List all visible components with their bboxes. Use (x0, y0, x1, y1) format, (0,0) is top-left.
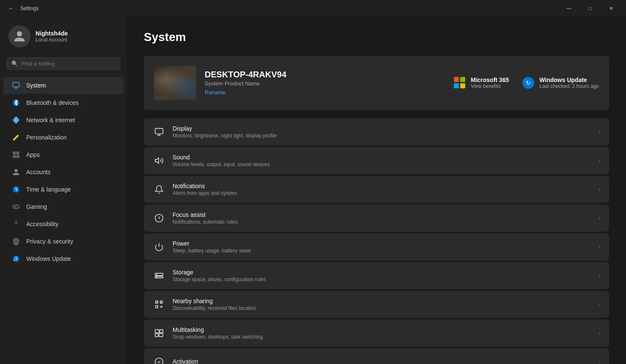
privacy-icon (12, 237, 20, 246)
sidebar-label-bluetooth: Bluetooth & devices (26, 99, 79, 106)
notifications-icon (152, 183, 166, 196)
nearby-desc: Discoverability, received files location (173, 305, 592, 311)
svg-rect-3 (13, 152, 15, 154)
sidebar: Nightsh4de Local Account 🔍 System (0, 17, 127, 364)
settings-item-focus[interactable]: Focus assist Notifications, automatic ru… (144, 205, 609, 232)
svg-point-26 (155, 358, 163, 364)
settings-list: Display Monitors, brightness, night ligh… (144, 118, 609, 364)
svg-rect-22 (155, 330, 159, 333)
sidebar-item-gaming[interactable]: Gaming (3, 198, 124, 215)
focus-icon (152, 211, 166, 225)
focus-text: Focus assist Notifications, automatic ru… (173, 211, 592, 225)
system-name: DESKTOP-4RAKV94 (205, 70, 445, 79)
sidebar-label-accounts: Accounts (26, 169, 51, 175)
sidebar-item-update[interactable]: Windows Update (3, 250, 124, 267)
sidebar-label-personalization: Personalization (26, 134, 67, 141)
ms365-action[interactable]: Microsoft 365 View benefits (454, 77, 509, 89)
multitasking-title: Multitasking (173, 326, 592, 333)
sidebar-label-network: Network & internet (26, 117, 75, 123)
focus-title: Focus assist (173, 211, 592, 218)
svg-point-9 (16, 221, 17, 222)
sound-text: Sound Volume levels, output, input, soun… (173, 154, 592, 167)
settings-item-sound[interactable]: Sound Volume levels, output, input, soun… (144, 147, 609, 174)
activation-chevron: › (599, 359, 601, 364)
notifications-title: Notifications (173, 183, 592, 189)
sidebar-label-gaming: Gaming (26, 203, 47, 210)
svg-rect-11 (155, 129, 163, 134)
user-info: Nightsh4de Local Account (36, 30, 68, 43)
minimize-button[interactable]: — (559, 2, 579, 15)
settings-item-power[interactable]: Power Sleep, battery usage, battery save… (144, 233, 609, 260)
search-icon: 🔍 (11, 60, 18, 67)
storage-title: Storage (173, 269, 592, 276)
maximize-button[interactable]: □ (580, 2, 600, 15)
sidebar-item-network[interactable]: Network & internet (3, 112, 124, 129)
multitasking-icon (152, 326, 166, 340)
update-title: Windows Update (539, 77, 599, 83)
power-title: Power (173, 240, 592, 247)
nearby-icon (152, 298, 166, 311)
activation-text: Activation (173, 358, 592, 364)
activation-icon (152, 355, 166, 364)
display-icon (152, 125, 166, 139)
page-title: System (144, 30, 609, 44)
svg-rect-23 (160, 330, 163, 333)
ms365-text: Microsoft 365 View benefits (471, 77, 509, 89)
notifications-text: Notifications Alerts from apps and syste… (173, 183, 592, 196)
app-title: Settings (20, 5, 38, 11)
multitasking-text: Multitasking Snap windows, desktops, tas… (173, 326, 592, 340)
storage-text: Storage Storage space, drives, configura… (173, 269, 592, 282)
system-header-card: DESKTOP-4RAKV94 System Product Name Rena… (144, 56, 609, 110)
avatar (8, 25, 30, 47)
search-input[interactable] (22, 60, 115, 67)
personalization-icon (12, 133, 20, 142)
settings-item-nearby[interactable]: Nearby sharing Discoverability, received… (144, 291, 609, 318)
update-subtitle: Last checked: 2 hours ago (539, 83, 599, 89)
svg-rect-0 (13, 82, 19, 87)
sidebar-nav: System Bluetooth & devices (0, 77, 127, 268)
display-chevron: › (599, 129, 601, 135)
settings-item-notifications[interactable]: Notifications Alerts from apps and syste… (144, 176, 609, 203)
display-text: Display Monitors, brightness, night ligh… (173, 125, 592, 139)
close-button[interactable]: ✕ (601, 2, 621, 15)
main-content: System DESKTOP-4RAKV94 System Product Na… (127, 17, 626, 364)
gaming-icon (12, 203, 20, 211)
nearby-text: Nearby sharing Discoverability, received… (173, 298, 592, 311)
app-container: Nightsh4de Local Account 🔍 System (0, 17, 626, 364)
sound-title: Sound (173, 154, 592, 161)
time-icon (12, 185, 20, 194)
system-info: DESKTOP-4RAKV94 System Product Name Rena… (205, 70, 445, 96)
rename-link[interactable]: Rename (205, 89, 225, 96)
settings-item-storage[interactable]: Storage Storage space, drives, configura… (144, 262, 609, 289)
display-title: Display (173, 125, 592, 132)
sidebar-item-accounts[interactable]: Accounts (3, 164, 124, 181)
svg-rect-24 (155, 334, 158, 337)
update-icon (12, 255, 20, 263)
sidebar-label-system: System (26, 82, 46, 89)
sidebar-item-system[interactable]: System (3, 77, 124, 94)
storage-desc: Storage space, drives, configuration rul… (173, 276, 592, 282)
svg-rect-25 (159, 334, 163, 337)
settings-item-activation[interactable]: Activation › (144, 348, 609, 364)
update-text: Windows Update Last checked: 2 hours ago (539, 77, 599, 89)
ms365-sq3 (454, 83, 459, 88)
back-button[interactable]: ← (5, 3, 17, 14)
focus-desc: Notifications, automatic rules (173, 219, 592, 225)
svg-rect-5 (13, 156, 15, 158)
sidebar-item-apps[interactable]: Apps (3, 146, 124, 163)
ms365-sq2 (460, 77, 465, 82)
sidebar-item-time[interactable]: Time & language (3, 181, 124, 198)
ms365-sq1 (454, 77, 459, 82)
svg-rect-6 (17, 156, 19, 158)
sidebar-item-accessibility[interactable]: Accessibility (3, 216, 124, 233)
settings-item-display[interactable]: Display Monitors, brightness, night ligh… (144, 118, 609, 145)
settings-item-multitasking[interactable]: Multitasking Snap windows, desktops, tas… (144, 320, 609, 347)
sidebar-item-bluetooth[interactable]: Bluetooth & devices (3, 94, 124, 111)
power-text: Power Sleep, battery usage, battery save… (173, 240, 592, 254)
user-profile[interactable]: Nightsh4de Local Account (0, 17, 127, 54)
power-desc: Sleep, battery usage, battery saver (173, 248, 592, 254)
windows-update-action[interactable]: ↻ Windows Update Last checked: 2 hours a… (522, 77, 599, 89)
sidebar-item-personalization[interactable]: Personalization (3, 129, 124, 146)
sidebar-item-privacy[interactable]: Privacy & security (3, 233, 124, 250)
ms365-subtitle: View benefits (471, 83, 509, 89)
